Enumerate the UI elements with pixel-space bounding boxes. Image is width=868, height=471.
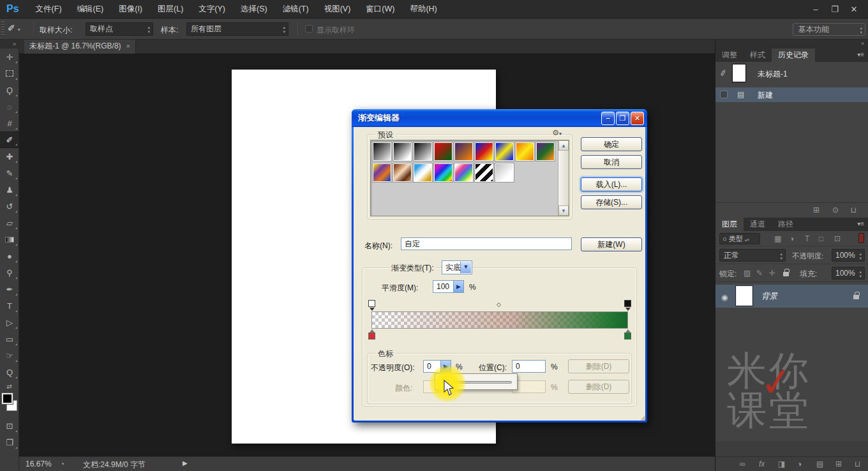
dodge-tool[interactable]: ⚲ (0, 264, 19, 281)
gradient-preset-色谱[interactable] (433, 163, 453, 183)
gradient-tool[interactable] (0, 231, 19, 248)
menu-item-窗口(W)[interactable]: 窗口(W) (358, 0, 402, 19)
gradient-preset-透明条纹[interactable] (474, 163, 494, 183)
new-document-from-state-icon[interactable]: ⊞ (813, 206, 819, 214)
dialog-resize-grip[interactable]: ◢ (640, 414, 645, 421)
zoom-tool[interactable]: Q (0, 364, 19, 380)
foreground-color-swatch[interactable] (2, 393, 13, 404)
gradient-preset-铜色[interactable] (393, 163, 412, 183)
smoothness-slider-arrow-icon[interactable]: ▶ (454, 280, 464, 293)
panel-menu-icon[interactable]: ▾≡ (857, 51, 864, 58)
presets-scrollbar[interactable]: ▲ ▼ (558, 140, 569, 216)
lasso-tool[interactable]: Ϙ (0, 82, 19, 98)
dialog-minimize-button[interactable]: – (601, 112, 615, 125)
layer-thumbnail[interactable] (736, 286, 752, 306)
tab-history[interactable]: 历史记录 (772, 49, 815, 62)
gradient-preset-透明彩虹[interactable] (454, 163, 474, 183)
stop-location-input[interactable]: 0 (512, 360, 546, 373)
toolbox-collapse-icon[interactable]: » (0, 40, 19, 49)
history-step-row[interactable]: ▤ 新建 (715, 87, 868, 102)
layer-opacity-value[interactable]: 100% ▴▾ (832, 249, 865, 262)
filter-type-text-icon[interactable]: T (805, 234, 809, 243)
lock-position-icon[interactable]: ✛ (769, 269, 775, 278)
history-brush-tool[interactable]: ↺ (0, 198, 19, 214)
dock-collapse-icon[interactable]: » (715, 40, 868, 49)
midpoint-diamond-icon[interactable]: ◇ (497, 301, 501, 308)
swap-colors-icon[interactable]: ⇄ (0, 380, 19, 392)
gradient-preset-蓝红黄[interactable] (474, 142, 494, 161)
brush-tool[interactable]: ✎ (0, 165, 19, 181)
tab-styles[interactable]: 样式 (744, 49, 772, 62)
eraser-tool[interactable]: ▱ (0, 214, 19, 231)
filter-shape-icon[interactable]: □ (819, 234, 823, 243)
move-tool[interactable]: ✛ (0, 49, 19, 65)
quick-mask-button[interactable]: ⊡ (0, 417, 19, 434)
gradient-preset-黑白[interactable] (413, 142, 433, 161)
filter-pixel-icon[interactable]: ▦ (774, 234, 781, 243)
layer-effects-fx-icon[interactable]: fx (759, 460, 765, 468)
menu-item-编辑(E)[interactable]: 编辑(E) (70, 0, 112, 19)
ok-button[interactable]: 确定 (581, 137, 642, 151)
current-tool-eyedropper-icon[interactable]: ✐ ▾ (8, 23, 20, 33)
document-tab[interactable]: 未标题-1 @ 16.7%(RGB/8)× (24, 40, 136, 54)
restore-button[interactable]: ❐ (827, 4, 842, 14)
dialog-restore-button[interactable]: ❐ (616, 112, 629, 125)
gradient-preset-中灰密度[interactable] (495, 163, 514, 183)
lock-pixels-icon[interactable]: ✎ (756, 269, 763, 278)
smoothness-input[interactable]: 100 (433, 280, 454, 293)
panel-menu-icon[interactable]: ▾≡ (857, 220, 864, 227)
minimize-button[interactable]: – (808, 4, 823, 14)
new-layer-icon[interactable]: ⊞ (835, 460, 842, 468)
gradient-preset-黄紫橙蓝[interactable] (372, 163, 392, 183)
crop-tool[interactable]: # (0, 115, 19, 131)
scroll-up-icon[interactable]: ▲ (558, 140, 569, 151)
link-layers-icon[interactable]: ∞ (740, 460, 745, 468)
show-sampling-ring-checkbox[interactable] (305, 25, 313, 33)
filter-type-select[interactable]: ○ 类型 ▴▾ (719, 233, 760, 244)
dialog-close-button[interactable]: ✕ (631, 112, 644, 125)
menu-item-滤镜(T)[interactable]: 滤镜(T) (275, 0, 317, 19)
load-button[interactable]: 载入(L)... (581, 177, 642, 191)
layer-visibility-eye-icon[interactable]: ◉ (721, 293, 728, 302)
menu-item-帮助(H)[interactable]: 帮助(H) (402, 0, 444, 19)
dialog-title-bar[interactable]: 渐变编辑器 – ❐ ✕ (352, 109, 647, 127)
gradient-preset-前景到透明[interactable] (393, 142, 412, 161)
filter-toggle-switch[interactable] (858, 233, 864, 243)
rectangular-marquee-tool[interactable] (0, 65, 19, 82)
menu-item-选择(S)[interactable]: 选择(S) (233, 0, 275, 19)
delete-state-trash-icon[interactable]: ⊔ (851, 206, 857, 214)
blend-mode-select[interactable]: 正常 ▴▾ (719, 249, 786, 262)
opacity-stop-left[interactable] (368, 300, 375, 307)
gradient-preset-蓝黄蓝[interactable] (495, 142, 514, 161)
tab-adjustments[interactable]: 调整 (715, 49, 744, 62)
pen-tool[interactable]: ✒ (0, 281, 19, 297)
new-snapshot-camera-icon[interactable]: ⊙ (832, 206, 839, 214)
history-snapshot-row[interactable]: ✐ 未标题-1 (715, 62, 868, 86)
gradient-type-select[interactable]: 实底 ▼ (442, 260, 472, 274)
rectangle-tool[interactable]: ▭ (0, 331, 19, 347)
delete-opacity-stop-button[interactable]: 删除(D) (568, 359, 629, 373)
tab-paths[interactable]: 路径 (772, 218, 800, 231)
tab-close-icon[interactable]: × (121, 42, 130, 50)
layer-fill-value[interactable]: 100% ▴▾ (832, 267, 865, 280)
path-selection-tool[interactable]: ▷ (0, 314, 19, 331)
sample-layers-select[interactable]: 所有图层 ▴▾ (186, 22, 288, 36)
gradient-preset-红绿[interactable] (433, 142, 453, 161)
tab-channels[interactable]: 通道 (744, 218, 772, 231)
gradient-preset-铬黄[interactable] (413, 163, 433, 183)
layer-group-folder-icon[interactable]: ▤ (816, 460, 823, 468)
blur-tool[interactable]: ● (0, 248, 19, 264)
gradient-preset-紫橙[interactable] (454, 142, 474, 161)
workspace-switcher[interactable]: 基本功能 ▴▾ (793, 23, 865, 36)
save-button[interactable]: 存储(S)... (581, 195, 642, 209)
status-arrow-icon[interactable]: ▶ (183, 460, 188, 467)
opacity-stop-right[interactable] (624, 300, 631, 307)
menu-item-视图(V)[interactable]: 视图(V) (317, 0, 359, 19)
eyedropper-tool[interactable]: ✐ (0, 131, 19, 148)
gear-icon[interactable]: ⚙▾ (552, 128, 562, 137)
history-brush-source-icon[interactable]: ✐ (719, 68, 728, 78)
screen-mode-button[interactable]: ❐ (0, 434, 19, 451)
menu-item-图像(I)[interactable]: 图像(I) (111, 0, 150, 19)
zoom-level[interactable]: 16.67% (26, 460, 52, 468)
hand-tool[interactable]: ☞ (0, 347, 19, 364)
